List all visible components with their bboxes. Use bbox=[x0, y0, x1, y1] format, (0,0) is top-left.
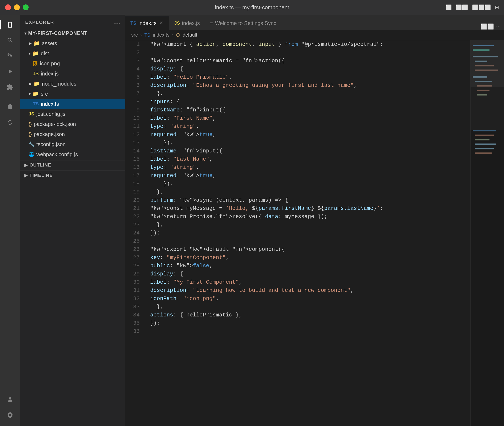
tree-root-label: MY-FIRST-COMPONENT bbox=[28, 30, 87, 36]
code-line-31: description: "Learning how to build and … bbox=[150, 286, 464, 295]
close-button[interactable] bbox=[5, 4, 11, 10]
maximize-button[interactable] bbox=[23, 4, 29, 10]
sidebar-toggle-icon[interactable]: ⬜ bbox=[446, 4, 452, 10]
svg-rect-14 bbox=[475, 139, 490, 140]
sidebar-item-source2[interactable] bbox=[3, 116, 17, 129]
breadcrumb-default[interactable]: default bbox=[183, 32, 197, 38]
tabs-actions: ⬜⬜ ··· bbox=[477, 23, 504, 30]
file-icon: 🖼 bbox=[33, 61, 38, 66]
breadcrumb-index-ts[interactable]: index.ts bbox=[153, 32, 169, 38]
tree-item-dist-index-js[interactable]: JS index.js bbox=[20, 69, 125, 79]
tree-item-package-lock[interactable]: {} package-lock.json bbox=[20, 119, 125, 129]
js-file-icon: JS bbox=[29, 111, 34, 117]
tree-item-node-modules[interactable]: ▶ 📁 node_modules bbox=[20, 79, 125, 89]
sidebar-item-extensions[interactable] bbox=[3, 80, 17, 94]
code-line-20: perform: "kw">async (context, params) =>… bbox=[150, 196, 464, 204]
outline-arrow: ▶ bbox=[24, 163, 28, 168]
breadcrumb-export-icon: ⬡ bbox=[176, 32, 180, 38]
tree-item-label: index.ts bbox=[41, 101, 59, 107]
tree-item-icon-png[interactable]: 🖼 icon.png bbox=[20, 58, 125, 69]
app-body: Explorer ... ▾ MY-FIRST-COMPONENT ▶ 📁 as… bbox=[0, 15, 504, 426]
welcome-tab-icon: ≡ bbox=[210, 20, 213, 26]
ts-tab-icon: TS bbox=[130, 20, 136, 26]
tree-item-src[interactable]: ▾ 📁 src bbox=[20, 89, 125, 99]
tree-item-tsconfig[interactable]: 🔧 tsconfig.json bbox=[20, 139, 125, 149]
title-bar-actions[interactable]: ⬜ ⬜⬜ ⬜⬜⬜ ⊞ bbox=[446, 4, 499, 10]
svg-rect-16 bbox=[475, 148, 494, 149]
code-line-8: inputs: { bbox=[150, 98, 464, 106]
editor-area: TS index.ts ✕ JS index.js ≡ Welcome to S… bbox=[125, 15, 504, 426]
code-content[interactable]: "kw">import { action, component, input }… bbox=[144, 40, 470, 426]
sidebar-item-search[interactable] bbox=[3, 34, 17, 47]
tree-item-webpack[interactable]: 🌐 webpack.config.js bbox=[20, 149, 125, 159]
tab-index-js[interactable]: JS index.js bbox=[169, 16, 205, 30]
minimap-content bbox=[471, 40, 504, 426]
tree-item-label: src bbox=[41, 91, 48, 97]
sidebar-header-menu[interactable]: ... bbox=[114, 19, 120, 26]
code-line-23: }, bbox=[150, 221, 464, 229]
minimap bbox=[470, 40, 504, 426]
ts-file-icon: TS bbox=[33, 101, 39, 106]
split-editor-icon[interactable]: ⬜⬜⬜ bbox=[472, 4, 491, 10]
tree-item-index-ts[interactable]: TS index.ts bbox=[20, 99, 125, 109]
timeline-section: ▶ TIMELINE bbox=[20, 170, 125, 180]
editor-layout-icon[interactable]: ⬜⬜ bbox=[456, 4, 468, 10]
tabs-more-button[interactable]: ··· bbox=[496, 23, 501, 30]
extensions-icon bbox=[7, 84, 14, 90]
tree-item-package-json[interactable]: {} package.json bbox=[20, 129, 125, 139]
customize-layout-icon[interactable]: ⊞ bbox=[495, 4, 499, 10]
breadcrumb-src[interactable]: src bbox=[131, 32, 138, 38]
code-line-3: "kw">const helloPrismatic = "fn">action(… bbox=[150, 57, 464, 65]
account-icon bbox=[7, 396, 14, 403]
tsconfig-file-icon: 🔧 bbox=[29, 142, 34, 147]
svg-rect-13 bbox=[475, 135, 494, 136]
tree-item-label: icon.png bbox=[40, 61, 60, 67]
code-line-13: }), bbox=[150, 139, 464, 147]
code-line-7: }, bbox=[150, 90, 464, 98]
code-line-14: lastName: "fn">input({ bbox=[150, 147, 464, 155]
breadcrumb-ts-icon: TS bbox=[144, 32, 150, 38]
outline-section-header[interactable]: ▶ OUTLINE bbox=[20, 160, 125, 170]
window-controls[interactable] bbox=[5, 4, 29, 10]
sidebar-item-run[interactable] bbox=[3, 65, 17, 78]
tab-welcome[interactable]: ≡ Welcome to Settings Sync bbox=[205, 16, 281, 30]
title-bar: index.ts — my-first-component ⬜ ⬜⬜ ⬜⬜⬜ ⊞ bbox=[0, 0, 504, 15]
tree-item-jest-config[interactable]: JS jest.config.js bbox=[20, 109, 125, 119]
js-tab-icon: JS bbox=[174, 20, 180, 26]
code-line-25 bbox=[150, 237, 464, 245]
tree-arrow: ▾ bbox=[24, 31, 27, 36]
outline-section: ▶ OUTLINE bbox=[20, 160, 125, 170]
timeline-label: TIMELINE bbox=[29, 173, 53, 178]
breadcrumb-sep-1: › bbox=[140, 32, 142, 38]
tree-item-label: package-lock.json bbox=[34, 121, 76, 127]
split-editor-button[interactable]: ⬜⬜ bbox=[480, 23, 494, 30]
run-icon bbox=[7, 68, 14, 75]
window-title: index.ts — my-first-component bbox=[215, 4, 289, 11]
code-line-2 bbox=[150, 49, 464, 57]
tab-close-button[interactable]: ✕ bbox=[158, 20, 164, 26]
code-editor[interactable]: 1234567891011121314151617181920212223242… bbox=[125, 40, 504, 426]
tree-item-assets[interactable]: ▶ 📁 assets bbox=[20, 38, 125, 48]
svg-rect-15 bbox=[475, 143, 496, 145]
code-line-9: firstName: "fn">input({ bbox=[150, 106, 464, 114]
sidebar-item-account[interactable] bbox=[3, 393, 17, 406]
source-control-icon bbox=[7, 53, 14, 59]
sidebar-item-settings[interactable] bbox=[3, 408, 17, 422]
sidebar-item-source-control[interactable] bbox=[3, 49, 17, 63]
code-line-33: }, bbox=[150, 303, 464, 311]
code-line-4: display: { bbox=[150, 65, 464, 73]
timeline-section-header[interactable]: ▶ TIMELINE bbox=[20, 171, 125, 180]
sidebar-item-explorer[interactable] bbox=[3, 18, 17, 32]
folder-icon: 📁 bbox=[32, 50, 39, 56]
tab-index-ts[interactable]: TS index.ts ✕ bbox=[125, 16, 169, 30]
code-line-26: "kw">export "kw">default "fn">component(… bbox=[150, 245, 464, 254]
minimize-button[interactable] bbox=[14, 4, 20, 10]
sidebar-item-prismatic[interactable] bbox=[3, 100, 17, 114]
tree-root[interactable]: ▾ MY-FIRST-COMPONENT bbox=[20, 28, 125, 38]
tree-item-dist[interactable]: ▾ 📁 dist bbox=[20, 48, 125, 58]
code-line-27: key: "myFirstComponent", bbox=[150, 254, 464, 262]
tree-item-label: webpack.config.js bbox=[36, 151, 78, 157]
js-file-icon: JS bbox=[33, 71, 39, 77]
code-line-21: "kw">const myMessage = `Hello, ${params.… bbox=[150, 204, 464, 213]
breadcrumb: src › TS index.ts › ⬡ default bbox=[125, 30, 504, 40]
